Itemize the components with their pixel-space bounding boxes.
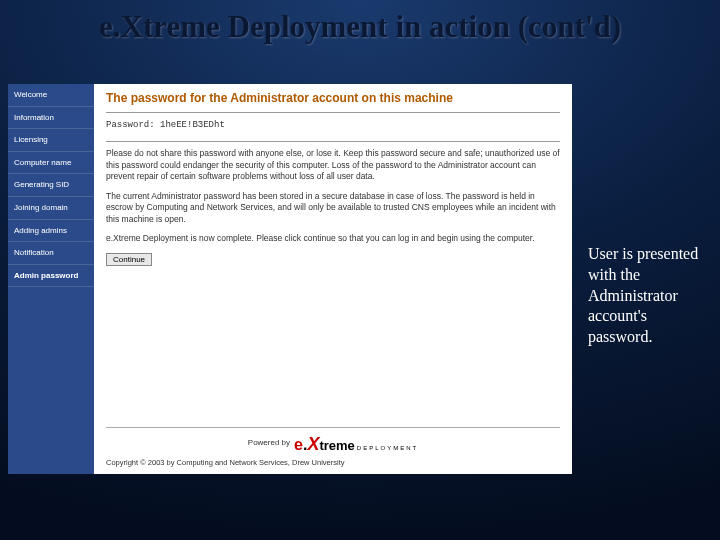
password-line: Password: 1heEE!B3EDht [106, 119, 560, 131]
sidebar-item-label: Admin password [14, 271, 78, 281]
footer: Powered by e.Xtreme DEPLOYMENT Copyright… [106, 427, 560, 474]
sidebar-item-label: Adding admins [14, 226, 67, 236]
slide-title: e.Xtreme Deployment in action (cont'd) [0, 0, 720, 45]
sidebar-item-joining-domain[interactable]: Joining domain [8, 197, 94, 220]
sidebar-item-adding-admins[interactable]: Adding admins [8, 220, 94, 243]
logo-e: e [294, 434, 303, 456]
escrow-paragraph: The current Administrator password has b… [106, 191, 560, 225]
sidebar-item-licensing[interactable]: Licensing [8, 129, 94, 152]
content-pane: The password for the Administrator accou… [94, 84, 572, 474]
copyright-text: Copyright © 2003 by Computing and Networ… [106, 456, 560, 472]
extreme-logo: e.Xtreme DEPLOYMENT [294, 432, 418, 456]
sidebar-item-welcome[interactable]: Welcome [8, 84, 94, 107]
sidebar-item-label: Computer name [14, 158, 71, 168]
sidebar-item-label: Generating SID [14, 180, 69, 190]
sidebar-item-label: Welcome [14, 90, 47, 100]
sidebar-item-label: Information [14, 113, 54, 123]
wizard-sidebar: Welcome Information Licensing Computer n… [8, 84, 94, 474]
completion-paragraph: e.Xtreme Deployment is now complete. Ple… [106, 233, 560, 244]
divider [106, 141, 560, 142]
content-heading: The password for the Administrator accou… [106, 90, 560, 106]
powered-by-label: Powered by [248, 438, 290, 449]
password-value: 1heEE!B3EDht [160, 120, 225, 130]
sidebar-item-computer-name[interactable]: Computer name [8, 152, 94, 175]
sidebar-item-label: Notification [14, 248, 54, 258]
app-window: Welcome Information Licensing Computer n… [8, 84, 572, 474]
logo-rest: treme [319, 437, 354, 455]
warning-paragraph: Please do not share this password with a… [106, 148, 560, 182]
sidebar-item-label: Joining domain [14, 203, 68, 213]
logo-subtitle: DEPLOYMENT [357, 444, 418, 452]
continue-button[interactable]: Continue [106, 253, 152, 266]
sidebar-item-notification[interactable]: Notification [8, 242, 94, 265]
sidebar-item-generating-sid[interactable]: Generating SID [8, 174, 94, 197]
divider [106, 112, 560, 113]
sidebar-item-admin-password[interactable]: Admin password [8, 265, 94, 288]
sidebar-item-label: Licensing [14, 135, 48, 145]
password-label: Password: [106, 120, 155, 130]
sidebar-item-information[interactable]: Information [8, 107, 94, 130]
slide-caption: User is presented with the Administrator… [588, 244, 708, 348]
logo-x: X [307, 432, 319, 456]
